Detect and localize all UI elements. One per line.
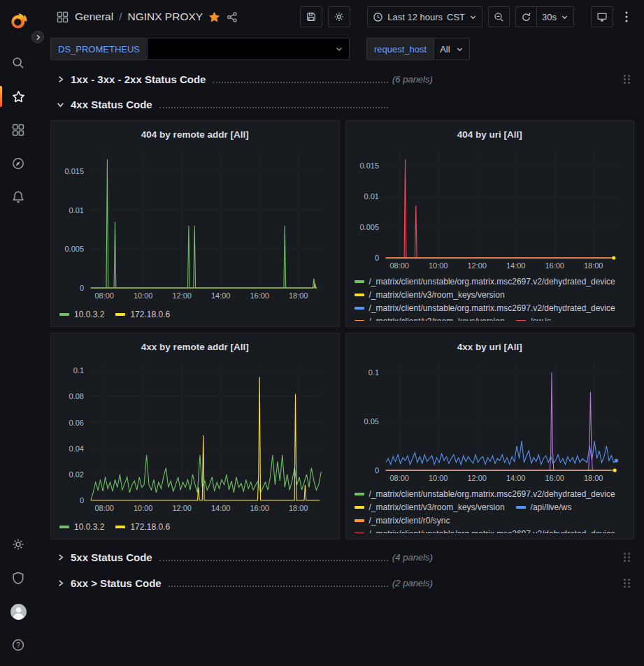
- x-axis-label: 12:00: [467, 474, 487, 482]
- timeseries-plot[interactable]: 08:0010:0012:0014:0016:0018:0000.0050.01…: [353, 143, 627, 272]
- refresh-icon: [521, 12, 531, 22]
- legend-item[interactable]: /_matrix/client/unstable/org.matrix.msc2…: [355, 487, 615, 500]
- panel-title[interactable]: 4xx by remote addr [All]: [58, 339, 332, 357]
- panel-4xx-by-uri: 4xx by uri [All] 08:0010:0012:0014:0016:…: [345, 333, 635, 540]
- time-range-label: Last 12 hours: [387, 12, 443, 22]
- datasource-select[interactable]: [147, 38, 350, 60]
- sidebar-item-profile[interactable]: [0, 595, 36, 628]
- legend-item[interactable]: 172.18.0.6: [115, 307, 170, 321]
- sidebar-expand-button[interactable]: [31, 31, 44, 43]
- legend-item[interactable]: 10.0.3.2: [59, 307, 104, 321]
- legend-item[interactable]: /_matrix/client/unstable/org.matrix.msc2…: [355, 527, 615, 533]
- legend-item[interactable]: /_matrix/client/v3/room_keys/version: [355, 314, 505, 321]
- refresh-button[interactable]: [515, 6, 537, 27]
- legend-item[interactable]: /_matrix/client/unstable/org.matrix.msc2…: [355, 275, 615, 288]
- panel-legend: 10.0.3.2172.18.0.6: [58, 307, 332, 321]
- time-range-picker[interactable]: Last 12 hours CST: [367, 6, 482, 27]
- sidebar-item-search[interactable]: [0, 46, 36, 80]
- row-drag-handle[interactable]: [624, 553, 630, 562]
- cycle-view-mode-button[interactable]: [591, 6, 613, 27]
- variable-label-ds-prometheus: DS_PROMETHEUS: [50, 38, 147, 60]
- sidebar-item-explore[interactable]: [0, 147, 36, 180]
- sidebar-item-help[interactable]: ?: [0, 628, 36, 662]
- grafana-flame-icon: [8, 10, 29, 31]
- favorite-star-icon[interactable]: [208, 11, 220, 23]
- series-line: [385, 159, 610, 258]
- row-title: 6xx > Status Code: [71, 577, 162, 589]
- timeseries-plot[interactable]: 08:0010:0012:0014:0016:0018:0000.0050.01…: [58, 145, 331, 302]
- nav-sidebar: ?: [0, 0, 36, 666]
- request-host-select[interactable]: All: [434, 38, 469, 60]
- x-axis-label: 08:00: [94, 291, 114, 300]
- legend-label: /_matrix/client/v3/room_keys/version: [369, 502, 505, 512]
- row-panel-count: (4 panels): [392, 552, 433, 563]
- avatar: [10, 603, 27, 621]
- chevron-right-icon: [56, 553, 65, 562]
- legend-label: /sw.js: [531, 317, 551, 321]
- sidebar-item-starred[interactable]: [0, 80, 36, 113]
- gear-icon: [334, 11, 345, 22]
- sidebar-item-settings[interactable]: [0, 528, 36, 561]
- x-axis-label: 10:00: [134, 504, 153, 512]
- y-axis-label: 0.005: [64, 245, 84, 253]
- legend-item[interactable]: /sw.js: [516, 314, 551, 321]
- legend-label: 10.0.3.2: [74, 310, 104, 319]
- series-line: [91, 283, 317, 288]
- refresh-interval-label: 30s: [542, 12, 557, 22]
- row-drag-handle[interactable]: [624, 75, 630, 84]
- y-axis-label: 0.01: [364, 192, 378, 201]
- breadcrumb-dashboard[interactable]: NGINX PROXY: [127, 10, 203, 23]
- timeseries-plot[interactable]: 08:0010:0012:0014:0016:0018:0000.050.1: [353, 356, 627, 484]
- timeseries-plot[interactable]: 08:0010:0012:0014:0016:0018:0000.020.040…: [58, 357, 331, 514]
- legend-label: /_matrix/client/unstable/org.matrix.msc2…: [369, 303, 615, 313]
- x-axis-label: 18:00: [289, 504, 308, 512]
- legend-swatch: [516, 320, 526, 321]
- bell-icon: [11, 190, 25, 204]
- dashboard-row-5xx[interactable]: 5xx Status Code (4 panels): [50, 548, 634, 566]
- variables-bar: DS_PROMETHEUS request_host All: [50, 38, 634, 60]
- dotted-leader: [213, 82, 388, 83]
- panel-title[interactable]: 404 by remote addr [All]: [58, 126, 332, 145]
- legend-swatch: [516, 506, 526, 509]
- legend-item[interactable]: /_matrix/client/r0/sync: [355, 514, 450, 527]
- row-drag-handle[interactable]: [624, 579, 630, 588]
- breadcrumb-folder[interactable]: General: [75, 10, 113, 23]
- legend-item[interactable]: /api/live/ws: [516, 500, 572, 514]
- dashboard-settings-button[interactable]: [328, 6, 350, 27]
- legend-swatch: [355, 533, 364, 534]
- legend-item[interactable]: /_matrix/client/v3/room_keys/version: [355, 288, 505, 301]
- legend-item[interactable]: /_matrix/client/v3/room_keys/version: [355, 500, 505, 514]
- zoom-out-button[interactable]: [488, 6, 510, 27]
- save-dashboard-button[interactable]: [300, 6, 322, 27]
- legend-item[interactable]: 10.0.3.2: [59, 520, 104, 533]
- sidebar-item-dashboards[interactable]: [0, 113, 36, 147]
- dotted-leader: [159, 107, 388, 108]
- legend-item[interactable]: 172.18.0.6: [115, 520, 170, 533]
- dotted-leader: [159, 560, 388, 561]
- dashboard-row-6xx[interactable]: 6xx > Status Code (2 panels): [50, 574, 634, 592]
- sidebar-item-server-admin[interactable]: [0, 561, 36, 595]
- time-zone-label: CST: [447, 12, 465, 22]
- chevron-right-icon: [56, 75, 65, 84]
- x-axis-label: 08:00: [389, 261, 409, 270]
- panel-title[interactable]: 404 by uri [All]: [353, 126, 627, 143]
- share-icon[interactable]: [226, 11, 238, 23]
- sidebar-item-alerting[interactable]: [0, 180, 36, 214]
- legend-item[interactable]: /_matrix/client/unstable/org.matrix.msc2…: [355, 301, 615, 314]
- refresh-interval-dropdown[interactable]: 30s: [537, 6, 574, 27]
- legend-label: /_matrix/client/v3/room_keys/version: [369, 290, 505, 300]
- row-panel-count: (2 panels): [392, 578, 433, 588]
- more-options-kebab[interactable]: [619, 6, 634, 27]
- x-axis-label: 12:00: [467, 261, 487, 270]
- panel-title[interactable]: 4xx by uri [All]: [353, 339, 627, 356]
- legend-label: /api/live/ws: [531, 502, 572, 512]
- dashboard-row-4xx[interactable]: 4xx Status Code: [50, 95, 634, 113]
- legend-label: /_matrix/client/r0/sync: [369, 516, 450, 526]
- grafana-logo[interactable]: [0, 6, 36, 36]
- variable-label-request-host: request_host: [366, 38, 434, 60]
- x-axis-label: 16:00: [250, 291, 269, 300]
- series-end-dot: [614, 458, 617, 462]
- dashboard-row-1xx-3xx-2xx[interactable]: 1xx - 3xx - 2xx Status Code (6 panels): [50, 70, 634, 88]
- x-axis-label: 08:00: [389, 474, 409, 482]
- x-axis-label: 16:00: [545, 261, 564, 270]
